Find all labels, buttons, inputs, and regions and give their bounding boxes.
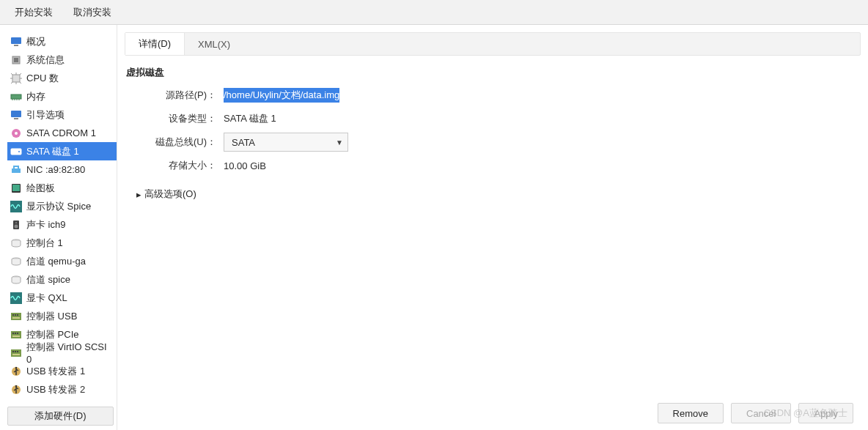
channel-icon bbox=[10, 256, 22, 267]
value-storage-size: 10.00 GiB bbox=[224, 160, 266, 171]
ram-icon bbox=[10, 91, 22, 103]
sidebar-item[interactable]: 控制器 VirtIO SCSI 0 bbox=[7, 344, 117, 362]
svg-rect-29 bbox=[12, 333, 14, 334]
svg-rect-3 bbox=[14, 58, 18, 62]
sidebar-item-label: 显示协议 Spice bbox=[26, 200, 91, 213]
sidebar-item-label: 控制器 PCIe bbox=[26, 328, 79, 341]
svg-rect-37 bbox=[12, 354, 20, 355]
advanced-options-label: 高级选项(O) bbox=[144, 188, 196, 201]
svg-rect-33 bbox=[11, 349, 21, 357]
sidebar-item-label: NIC :a9:82:80 bbox=[26, 164, 85, 175]
tab-details[interactable]: 详情(D) bbox=[125, 33, 185, 55]
sidebar-item[interactable]: 显示协议 Spice bbox=[7, 197, 117, 215]
svg-rect-14 bbox=[12, 185, 20, 191]
chip-icon bbox=[10, 54, 22, 66]
sidebar-item[interactable]: SATA 磁盘 1 bbox=[7, 142, 117, 160]
svg-rect-28 bbox=[11, 331, 21, 338]
ctrl-icon bbox=[10, 311, 22, 322]
svg-rect-4 bbox=[12, 75, 20, 82]
disk-bus-value: SATA bbox=[232, 137, 255, 148]
sidebar-item[interactable]: 声卡 ich9 bbox=[7, 215, 117, 234]
monitor-icon bbox=[10, 109, 22, 121]
sidebar-item[interactable]: 控制器 USB bbox=[7, 307, 117, 325]
nic-icon bbox=[10, 164, 22, 176]
sidebar-item[interactable]: 绘图板 bbox=[7, 179, 117, 197]
usb-icon bbox=[10, 384, 22, 396]
svg-point-17 bbox=[15, 224, 18, 228]
sidebar-item[interactable]: 引导选项 bbox=[7, 105, 117, 124]
disk-form: 源路径(P)： /home/Ukylin/文档/data.img 设备类型： S… bbox=[147, 85, 861, 179]
tabbar: 详情(D) XML(X) bbox=[125, 32, 861, 56]
disc-icon bbox=[10, 127, 22, 139]
cancel-button[interactable]: Cancel bbox=[731, 403, 791, 423]
wave-icon bbox=[10, 201, 22, 212]
sidebar-item[interactable]: 控制台 1 bbox=[7, 234, 117, 252]
sidebar: 概况系统信息CPU 数内存引导选项SATA CDROM 1SATA 磁盘 1NI… bbox=[0, 25, 117, 430]
remove-button[interactable]: Remove bbox=[658, 403, 724, 423]
begin-install-button[interactable]: 开始安装 bbox=[7, 1, 60, 23]
sidebar-item-label: 控制台 1 bbox=[26, 237, 63, 250]
apply-button[interactable]: Apply bbox=[798, 403, 853, 423]
sidebar-item[interactable]: CPU 数 bbox=[7, 69, 117, 87]
disk-bus-combo[interactable]: SATA ▼ bbox=[224, 133, 348, 152]
row-source-path: 源路径(P)： /home/Ukylin/文档/data.img bbox=[147, 85, 861, 105]
sidebar-item-label: USB 转发器 2 bbox=[26, 383, 85, 396]
tablet-icon bbox=[10, 182, 22, 194]
ctrl-icon bbox=[10, 329, 22, 341]
cpu-icon bbox=[10, 73, 22, 84]
sidebar-item-label: 系统信息 bbox=[26, 53, 65, 67]
svg-rect-26 bbox=[17, 314, 18, 316]
sidebar-item[interactable]: USB 转发器 2 bbox=[7, 380, 117, 399]
sidebar-item[interactable]: 信道 spice bbox=[7, 270, 117, 289]
speaker-icon bbox=[10, 219, 22, 231]
sidebar-item[interactable]: SATA CDROM 1 bbox=[7, 124, 117, 142]
usb-icon bbox=[10, 366, 22, 377]
sidebar-item-label: 信道 spice bbox=[26, 273, 70, 286]
sidebar-item-label: 概况 bbox=[26, 35, 45, 48]
svg-rect-25 bbox=[15, 314, 16, 316]
svg-rect-34 bbox=[12, 351, 14, 352]
sidebar-item[interactable]: NIC :a9:82:80 bbox=[7, 160, 117, 179]
sidebar-item[interactable]: 概况 bbox=[7, 32, 117, 51]
svg-rect-12 bbox=[12, 168, 21, 173]
svg-rect-36 bbox=[17, 351, 18, 352]
sidebar-item-label: SATA 磁盘 1 bbox=[26, 145, 79, 158]
svg-rect-0 bbox=[11, 37, 21, 44]
svg-point-39 bbox=[15, 366, 17, 368]
sidebar-item-label: 信道 qemu-ga bbox=[26, 255, 86, 268]
add-hardware-button[interactable]: 添加硬件(D) bbox=[7, 407, 114, 426]
tab-xml[interactable]: XML(X) bbox=[185, 33, 243, 55]
row-device-type: 设备类型： SATA 磁盘 1 bbox=[147, 108, 861, 129]
label-source-path: 源路径(P)： bbox=[147, 89, 216, 102]
svg-rect-23 bbox=[11, 313, 21, 320]
svg-rect-27 bbox=[12, 317, 20, 319]
svg-rect-22 bbox=[10, 292, 22, 304]
sidebar-item-label: CPU 数 bbox=[26, 72, 59, 85]
sidebar-item-label: 内存 bbox=[26, 90, 45, 103]
sidebar-item-label: 控制器 VirtIO SCSI 0 bbox=[26, 341, 112, 365]
sidebar-item-label: USB 转发器 1 bbox=[26, 365, 85, 378]
sidebar-item[interactable]: 系统信息 bbox=[7, 51, 117, 69]
sidebar-item-label: 绘图板 bbox=[26, 182, 55, 195]
svg-point-9 bbox=[15, 132, 18, 135]
cancel-install-button[interactable]: 取消安装 bbox=[66, 1, 119, 23]
ctrl-icon bbox=[10, 347, 22, 359]
sidebar-item[interactable]: 显卡 QXL bbox=[7, 289, 117, 307]
label-storage-size: 存储大小： bbox=[147, 159, 216, 172]
chevron-down-icon: ▼ bbox=[336, 138, 343, 147]
sidebar-item[interactable]: 信道 qemu-ga bbox=[7, 252, 117, 270]
svg-rect-15 bbox=[10, 201, 22, 212]
advanced-options-expander[interactable]: ▸ 高级选项(O) bbox=[136, 188, 861, 201]
section-title-virtual-disk: 虚拟磁盘 bbox=[126, 66, 861, 79]
content-pane: 详情(D) XML(X) 虚拟磁盘 源路径(P)： /home/Ukylin/文… bbox=[117, 25, 868, 430]
svg-rect-5 bbox=[11, 94, 21, 99]
triangle-right-icon: ▸ bbox=[136, 189, 141, 200]
sidebar-item[interactable]: 内存 bbox=[7, 87, 117, 105]
main: 概况系统信息CPU 数内存引导选项SATA CDROM 1SATA 磁盘 1NI… bbox=[0, 25, 868, 430]
footer: CSDN @A蓝色骑士 Remove Cancel Apply bbox=[125, 396, 861, 430]
value-source-path[interactable]: /home/Ukylin/文档/data.img bbox=[224, 88, 339, 103]
sidebar-item-label: 引导选项 bbox=[26, 108, 65, 122]
svg-point-18 bbox=[15, 222, 17, 223]
svg-rect-35 bbox=[15, 351, 16, 352]
svg-point-11 bbox=[18, 151, 20, 152]
